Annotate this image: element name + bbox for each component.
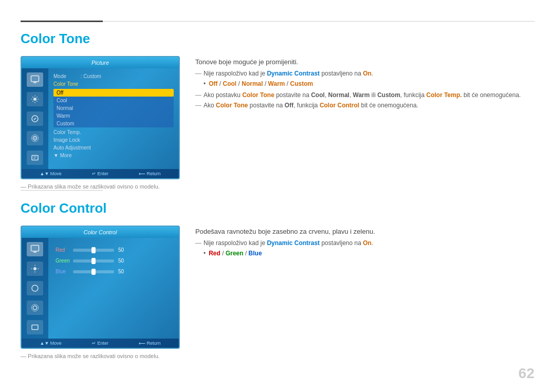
- color-tone-submenu: Off Cool Normal Warm Custom: [53, 89, 174, 127]
- color-control-monitor-sidebar: [22, 238, 48, 339]
- cc-slider-thumb-red: [91, 247, 96, 253]
- color-control-desc-bullet: Red / Green / Blue: [195, 250, 534, 257]
- color-tone-monitor-content: Mode : Custom Color Tone Off Cool Normal…: [22, 68, 179, 169]
- color-control-body: Color Control: [21, 226, 534, 359]
- color-control-title: Color Control: [21, 200, 534, 216]
- svg-point-9: [33, 306, 37, 310]
- cc-slider-track-green: [73, 259, 114, 263]
- footer-enter: ↵ Enter: [92, 171, 108, 176]
- cc-slider-track-blue: [73, 270, 114, 273]
- color-control-desc-line-1: Nije raspoloživo kad je Dynamic Contrast…: [195, 239, 534, 247]
- cc-slider-thumb-green: [91, 258, 96, 264]
- cc-slider-green: Green 50: [53, 257, 174, 265]
- cc-slider-track-red: [73, 249, 114, 252]
- cc-value-blue: 50: [118, 269, 124, 274]
- section-color-tone: Color Tone Picture: [21, 31, 534, 190]
- svg-point-1: [33, 98, 36, 101]
- color-control-monitor-footer: ▲▼ Move ↵ Enter ⟵ Return: [22, 339, 179, 348]
- monitor-icon-3: [27, 111, 43, 126]
- color-tone-desc-main: Tonove boje moguće je promijeniti.: [195, 58, 534, 66]
- color-tone-desc-line-1: Nije raspoloživo kad je Dynamic Contrast…: [195, 70, 534, 77]
- cc-monitor-icon-2: [27, 262, 43, 276]
- color-control-monitor-content: Red 50 Green: [22, 238, 179, 339]
- monitor-icon-1: [27, 72, 43, 87]
- color-tone-monitor-main: Mode : Custom Color Tone Off Cool Normal…: [48, 68, 179, 169]
- color-tone-monitor-screen: Picture: [21, 56, 180, 179]
- submenu-custom: Custom: [53, 120, 174, 127]
- submenu-cool: Cool: [53, 97, 174, 104]
- color-control-monitor-main: Red 50 Green: [48, 238, 179, 339]
- cc-value-red: 50: [118, 247, 124, 253]
- top-line-light: [103, 21, 534, 22]
- cc-footer-enter: ↵ Enter: [92, 341, 108, 346]
- color-tone-monitor-header: Picture: [22, 57, 179, 68]
- svg-point-8: [32, 285, 38, 291]
- color-control-description: Podešava ravnotežu boje zasebno za crven…: [195, 226, 534, 359]
- svg-point-10: [31, 304, 39, 311]
- cc-monitor-icon-3: [27, 281, 43, 295]
- svg-rect-0: [31, 76, 39, 82]
- footer-move: ▲▼ Move: [40, 171, 62, 176]
- cc-slider-blue: Blue 50: [53, 268, 174, 275]
- menu-item-image-lock: Image Lock: [53, 136, 174, 144]
- color-control-monitor-box: Color Control: [21, 226, 180, 359]
- top-line-dark: [21, 21, 103, 22]
- svg-rect-11: [32, 325, 38, 330]
- color-tone-desc-bullet: Off / Cool / Normal / Warm / Custom: [195, 80, 534, 87]
- menu-item-auto-adj: Auto Adjustment: [53, 144, 174, 152]
- page-container: Color Tone Picture: [0, 0, 555, 392]
- color-tone-monitor-note: — Prikazana slika može se razlikovati ov…: [21, 183, 180, 190]
- color-control-monitor-header: Color Control: [22, 227, 179, 238]
- cc-slider-red: Red 50: [53, 246, 174, 254]
- color-tone-monitor-box: Picture: [21, 56, 180, 190]
- color-tone-desc-line-2: Ako postavku Color Tone postavite na Coo…: [195, 91, 534, 99]
- color-tone-title: Color Tone: [21, 31, 534, 47]
- color-tone-description: Tonove boje moguće je promijeniti. Nije …: [195, 56, 534, 190]
- color-control-desc-main: Podešava ravnotežu boje zasebno za crven…: [195, 228, 534, 235]
- color-tone-monitor-sidebar: [22, 68, 48, 169]
- menu-item-mode: Mode : Custom: [53, 72, 174, 80]
- color-tone-monitor-footer: ▲▼ Move ↵ Enter ⟵ Return: [22, 169, 179, 178]
- cc-slider-thumb-blue: [91, 269, 96, 275]
- section-divider: [21, 190, 103, 191]
- page-number: 62: [519, 365, 534, 382]
- color-control-monitor-note: — Prikazana slika može se razlikovati ov…: [21, 353, 180, 359]
- footer-return: ⟵ Return: [139, 171, 161, 176]
- menu-item-more: ▼ More: [53, 152, 174, 159]
- submenu-warm: Warm: [53, 112, 174, 120]
- monitor-icon-4: [27, 131, 43, 145]
- color-control-monitor-screen: Color Control: [21, 226, 180, 349]
- monitor-icon-5: [27, 151, 43, 165]
- menu-item-color-temp: Color Temp.: [53, 128, 174, 136]
- cc-footer-return: ⟵ Return: [139, 341, 161, 346]
- top-decorative-lines: [21, 21, 534, 22]
- section-color-control: Color Control Color Control: [21, 200, 534, 359]
- cc-monitor-icon-1: [27, 242, 43, 256]
- cc-monitor-icon-4: [27, 301, 43, 315]
- svg-point-7: [33, 267, 36, 270]
- cc-footer-move: ▲▼ Move: [40, 341, 62, 346]
- color-tone-desc-line-3: Ako Color Tone postavite na Off, funkcij…: [195, 102, 534, 109]
- submenu-off: Off: [53, 89, 174, 97]
- svg-rect-6: [31, 246, 39, 251]
- menu-item-color-tone: Color Tone: [53, 80, 174, 88]
- color-tone-body: Picture: [21, 56, 534, 190]
- cc-value-green: 50: [118, 258, 124, 264]
- monitor-icon-2: [27, 92, 43, 106]
- svg-rect-5: [32, 156, 38, 160]
- submenu-normal: Normal: [53, 104, 174, 112]
- cc-monitor-icon-5: [27, 320, 43, 334]
